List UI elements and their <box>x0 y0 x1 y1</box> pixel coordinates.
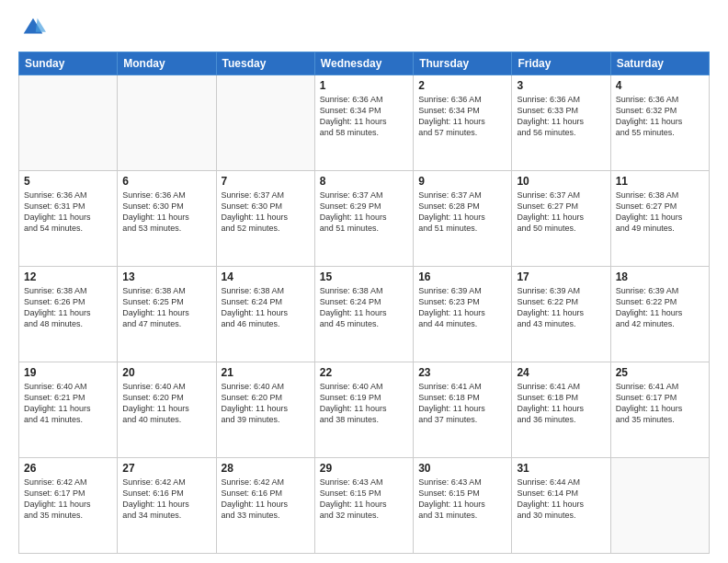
day-number: 30 <box>418 462 506 475</box>
calendar-cell <box>19 75 118 171</box>
svg-marker-1 <box>36 18 46 32</box>
cell-info: Sunrise: 6:38 AMSunset: 6:24 PMDaylight:… <box>222 285 310 330</box>
calendar-cell: 3Sunrise: 6:36 AMSunset: 6:33 PMDaylight… <box>512 75 610 171</box>
day-number: 10 <box>517 175 605 188</box>
logo-icon <box>20 15 46 40</box>
calendar-cell: 8Sunrise: 6:37 AMSunset: 6:29 PMDaylight… <box>314 171 413 267</box>
day-number: 22 <box>320 366 408 379</box>
cell-info: Sunrise: 6:38 AMSunset: 6:27 PMDaylight:… <box>616 190 704 235</box>
day-number: 2 <box>418 79 506 92</box>
calendar-week-1: 1Sunrise: 6:36 AMSunset: 6:34 PMDaylight… <box>19 75 710 171</box>
calendar-cell: 18Sunrise: 6:39 AMSunset: 6:22 PMDayligh… <box>610 267 709 362</box>
cell-info: Sunrise: 6:41 AMSunset: 6:18 PMDaylight:… <box>517 381 605 426</box>
calendar-cell <box>610 458 709 554</box>
logo <box>18 15 46 44</box>
calendar-cell: 29Sunrise: 6:43 AMSunset: 6:15 PMDayligh… <box>314 458 413 554</box>
calendar-week-5: 26Sunrise: 6:42 AMSunset: 6:17 PMDayligh… <box>19 458 710 554</box>
weekday-header-sunday: Sunday <box>19 52 118 75</box>
calendar-cell: 11Sunrise: 6:38 AMSunset: 6:27 PMDayligh… <box>610 171 709 267</box>
calendar-week-3: 12Sunrise: 6:38 AMSunset: 6:26 PMDayligh… <box>19 267 710 362</box>
calendar-cell: 1Sunrise: 6:36 AMSunset: 6:34 PMDaylight… <box>314 75 413 171</box>
cell-info: Sunrise: 6:36 AMSunset: 6:33 PMDaylight:… <box>517 94 605 139</box>
header <box>18 15 710 44</box>
calendar-cell: 2Sunrise: 6:36 AMSunset: 6:34 PMDaylight… <box>414 75 512 171</box>
day-number: 14 <box>222 270 310 283</box>
calendar-cell: 31Sunrise: 6:44 AMSunset: 6:14 PMDayligh… <box>512 458 610 554</box>
cell-info: Sunrise: 6:43 AMSunset: 6:15 PMDaylight:… <box>320 477 408 522</box>
day-number: 27 <box>122 462 210 475</box>
calendar-cell: 14Sunrise: 6:38 AMSunset: 6:24 PMDayligh… <box>216 267 314 362</box>
calendar-cell: 7Sunrise: 6:37 AMSunset: 6:30 PMDaylight… <box>216 171 314 267</box>
day-number: 15 <box>320 270 408 283</box>
cell-info: Sunrise: 6:42 AMSunset: 6:16 PMDaylight:… <box>122 477 210 522</box>
cell-info: Sunrise: 6:36 AMSunset: 6:32 PMDaylight:… <box>616 94 704 139</box>
day-number: 25 <box>616 366 704 379</box>
calendar-cell: 21Sunrise: 6:40 AMSunset: 6:20 PMDayligh… <box>216 362 314 458</box>
calendar-cell: 23Sunrise: 6:41 AMSunset: 6:18 PMDayligh… <box>414 362 512 458</box>
calendar-week-2: 5Sunrise: 6:36 AMSunset: 6:31 PMDaylight… <box>19 171 710 267</box>
calendar-cell: 10Sunrise: 6:37 AMSunset: 6:27 PMDayligh… <box>512 171 610 267</box>
day-number: 26 <box>24 462 112 475</box>
day-number: 1 <box>320 79 408 92</box>
day-number: 11 <box>616 175 704 188</box>
weekday-header-tuesday: Tuesday <box>216 52 314 75</box>
cell-info: Sunrise: 6:39 AMSunset: 6:22 PMDaylight:… <box>517 285 605 330</box>
day-number: 6 <box>122 175 210 188</box>
calendar-cell: 5Sunrise: 6:36 AMSunset: 6:31 PMDaylight… <box>19 171 118 267</box>
weekday-header-wednesday: Wednesday <box>314 52 413 75</box>
calendar-cell: 22Sunrise: 6:40 AMSunset: 6:19 PMDayligh… <box>314 362 413 458</box>
weekday-header-friday: Friday <box>512 52 610 75</box>
cell-info: Sunrise: 6:36 AMSunset: 6:30 PMDaylight:… <box>122 190 210 235</box>
cell-info: Sunrise: 6:39 AMSunset: 6:22 PMDaylight:… <box>616 285 704 330</box>
calendar-week-4: 19Sunrise: 6:40 AMSunset: 6:21 PMDayligh… <box>19 362 710 458</box>
day-number: 13 <box>122 270 210 283</box>
calendar-cell: 16Sunrise: 6:39 AMSunset: 6:23 PMDayligh… <box>414 267 512 362</box>
calendar-cell <box>216 75 314 171</box>
cell-info: Sunrise: 6:42 AMSunset: 6:17 PMDaylight:… <box>24 477 112 522</box>
calendar-cell: 19Sunrise: 6:40 AMSunset: 6:21 PMDayligh… <box>19 362 118 458</box>
cell-info: Sunrise: 6:36 AMSunset: 6:31 PMDaylight:… <box>24 190 112 235</box>
cell-info: Sunrise: 6:39 AMSunset: 6:23 PMDaylight:… <box>418 285 506 330</box>
cell-info: Sunrise: 6:38 AMSunset: 6:26 PMDaylight:… <box>24 285 112 330</box>
calendar-cell: 9Sunrise: 6:37 AMSunset: 6:28 PMDaylight… <box>414 171 512 267</box>
day-number: 31 <box>517 462 605 475</box>
cell-info: Sunrise: 6:41 AMSunset: 6:18 PMDaylight:… <box>418 381 506 426</box>
cell-info: Sunrise: 6:36 AMSunset: 6:34 PMDaylight:… <box>320 94 408 139</box>
day-number: 29 <box>320 462 408 475</box>
cell-info: Sunrise: 6:38 AMSunset: 6:25 PMDaylight:… <box>122 285 210 330</box>
calendar-cell <box>118 75 216 171</box>
cell-info: Sunrise: 6:38 AMSunset: 6:24 PMDaylight:… <box>320 285 408 330</box>
weekday-header-row: SundayMondayTuesdayWednesdayThursdayFrid… <box>19 52 710 75</box>
calendar-cell: 28Sunrise: 6:42 AMSunset: 6:16 PMDayligh… <box>216 458 314 554</box>
day-number: 12 <box>24 270 112 283</box>
day-number: 3 <box>517 79 605 92</box>
day-number: 19 <box>24 366 112 379</box>
day-number: 28 <box>222 462 310 475</box>
cell-info: Sunrise: 6:37 AMSunset: 6:28 PMDaylight:… <box>418 190 506 235</box>
cell-info: Sunrise: 6:44 AMSunset: 6:14 PMDaylight:… <box>517 477 605 522</box>
cell-info: Sunrise: 6:41 AMSunset: 6:17 PMDaylight:… <box>616 381 704 426</box>
cell-info: Sunrise: 6:40 AMSunset: 6:20 PMDaylight:… <box>222 381 310 426</box>
cell-info: Sunrise: 6:37 AMSunset: 6:29 PMDaylight:… <box>320 190 408 235</box>
day-number: 23 <box>418 366 506 379</box>
cell-info: Sunrise: 6:37 AMSunset: 6:27 PMDaylight:… <box>517 190 605 235</box>
calendar-cell: 15Sunrise: 6:38 AMSunset: 6:24 PMDayligh… <box>314 267 413 362</box>
day-number: 21 <box>222 366 310 379</box>
calendar-cell: 6Sunrise: 6:36 AMSunset: 6:30 PMDaylight… <box>118 171 216 267</box>
cell-info: Sunrise: 6:40 AMSunset: 6:20 PMDaylight:… <box>122 381 210 426</box>
calendar-cell: 4Sunrise: 6:36 AMSunset: 6:32 PMDaylight… <box>610 75 709 171</box>
calendar-cell: 25Sunrise: 6:41 AMSunset: 6:17 PMDayligh… <box>610 362 709 458</box>
day-number: 18 <box>616 270 704 283</box>
day-number: 16 <box>418 270 506 283</box>
day-number: 20 <box>122 366 210 379</box>
calendar-cell: 27Sunrise: 6:42 AMSunset: 6:16 PMDayligh… <box>118 458 216 554</box>
cell-info: Sunrise: 6:40 AMSunset: 6:21 PMDaylight:… <box>24 381 112 426</box>
calendar-cell: 13Sunrise: 6:38 AMSunset: 6:25 PMDayligh… <box>118 267 216 362</box>
calendar-cell: 12Sunrise: 6:38 AMSunset: 6:26 PMDayligh… <box>19 267 118 362</box>
cell-info: Sunrise: 6:40 AMSunset: 6:19 PMDaylight:… <box>320 381 408 426</box>
calendar-cell: 26Sunrise: 6:42 AMSunset: 6:17 PMDayligh… <box>19 458 118 554</box>
day-number: 4 <box>616 79 704 92</box>
day-number: 17 <box>517 270 605 283</box>
cell-info: Sunrise: 6:37 AMSunset: 6:30 PMDaylight:… <box>222 190 310 235</box>
cell-info: Sunrise: 6:42 AMSunset: 6:16 PMDaylight:… <box>222 477 310 522</box>
